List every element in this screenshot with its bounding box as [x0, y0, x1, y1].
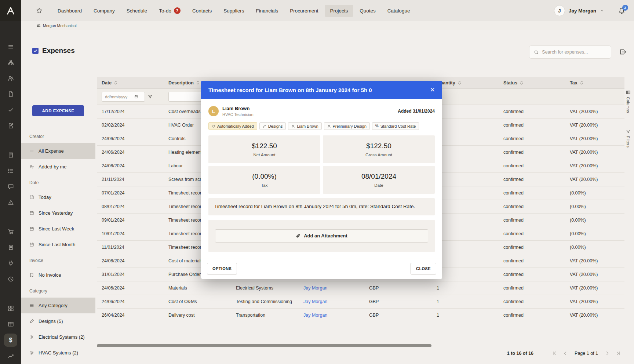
- filter-since-last-week[interactable]: Since Last Week: [21, 221, 95, 237]
- trend-icon[interactable]: [0, 348, 21, 364]
- nav-dashboard[interactable]: Dashboard: [52, 5, 87, 17]
- cell-status: confirmed: [499, 123, 565, 128]
- clock-icon[interactable]: [0, 271, 21, 287]
- column-header-status[interactable]: Status: [499, 80, 565, 85]
- nav-financials[interactable]: Financials: [250, 5, 284, 17]
- cell-creator-link[interactable]: Jay Morgan: [299, 299, 364, 304]
- people-icon[interactable]: [0, 70, 21, 86]
- user-name[interactable]: Jay Morgan: [569, 8, 596, 14]
- menu-icon[interactable]: [0, 39, 21, 55]
- previous-page-button[interactable]: [560, 351, 571, 356]
- check-icon[interactable]: [0, 102, 21, 118]
- export-button[interactable]: [619, 48, 627, 56]
- cell-status: confirmed: [499, 150, 565, 155]
- filter-any-category[interactable]: Any Category: [21, 298, 95, 313]
- filter-hvac-systems[interactable]: HVAC Systems (2): [21, 345, 95, 361]
- favorites-star-icon[interactable]: [36, 7, 43, 14]
- warning-icon[interactable]: [0, 194, 21, 210]
- date-filter-input[interactable]: [102, 95, 134, 99]
- cell-quantity: 1: [432, 313, 499, 318]
- search-input[interactable]: [542, 50, 606, 55]
- table-row[interactable]: 26/04/2024 Delivery cost Transportation …: [97, 309, 624, 322]
- funnel-icon: [626, 129, 631, 134]
- column-header-date[interactable]: Date: [97, 80, 164, 85]
- cell-tax: VAT (20.00%): [565, 150, 624, 155]
- nav-projects[interactable]: Projects: [325, 5, 354, 17]
- app-logo[interactable]: [0, 0, 21, 21]
- horizontal-scrollbar[interactable]: [97, 344, 431, 347]
- filter-no-invoice[interactable]: No Invoice: [21, 267, 95, 283]
- close-button[interactable]: CLOSE: [411, 263, 436, 274]
- chat-icon[interactable]: [0, 179, 21, 194]
- gear-icon: [29, 335, 34, 339]
- modal-footer: OPTIONS CLOSE: [201, 258, 442, 279]
- column-header-tax[interactable]: Tax: [565, 80, 624, 85]
- list-rows-icon[interactable]: [0, 163, 21, 179]
- search-icon: [534, 50, 539, 55]
- table-row[interactable]: 24/06/2024 Cost of O&Ms Testing and Comm…: [97, 295, 624, 309]
- table-row[interactable]: 24/06/2024 Materials Electrical Systems …: [97, 281, 624, 295]
- expenses-dollar-icon[interactable]: $: [0, 332, 21, 348]
- cell-creator-link[interactable]: Jay Morgan: [299, 313, 364, 318]
- first-page-button[interactable]: [549, 351, 560, 356]
- cell-quantity: 1: [432, 285, 499, 291]
- nav-quotes[interactable]: Quotes: [354, 5, 381, 17]
- filter-today[interactable]: Today: [21, 189, 95, 205]
- list-icon: [29, 303, 34, 308]
- workflow-icon[interactable]: [0, 55, 21, 70]
- cell-date: 24/06/2024: [97, 163, 164, 168]
- date-filter-funnel-button[interactable]: [148, 94, 153, 99]
- filter-since-last-month[interactable]: Since Last Month: [21, 237, 95, 252]
- options-button[interactable]: OPTIONS: [207, 263, 237, 274]
- last-page-button[interactable]: [613, 351, 624, 356]
- timesheet-description: Timesheet record for Liam Brown on 8th J…: [208, 198, 435, 215]
- tag-liam-brown: Liam Brown: [288, 122, 321, 130]
- nav-contacts[interactable]: Contacts: [187, 5, 217, 17]
- rate-icon: %: [375, 124, 379, 128]
- cell-tax: VAT (20.00%): [565, 163, 624, 168]
- nav-todo[interactable]: To-do7: [153, 4, 186, 17]
- filter-designs[interactable]: Designs (5): [21, 313, 95, 329]
- breadcrumb-company[interactable]: Morgan Mechanical: [37, 23, 77, 28]
- nav-procurement[interactable]: Procurement: [284, 5, 324, 17]
- close-icon[interactable]: ×: [426, 86, 435, 94]
- filter-all-expense[interactable]: All Expense: [21, 143, 95, 159]
- calendar-icon: [29, 226, 34, 231]
- cell-status: confirmed: [499, 245, 565, 250]
- nav-company[interactable]: Company: [88, 5, 120, 17]
- cell-tax: (0.00%): [565, 231, 624, 236]
- cart-icon[interactable]: [0, 224, 21, 240]
- filter-added-by-me[interactable]: Added by me: [21, 159, 95, 175]
- filters-side-tab[interactable]: Filters: [624, 129, 633, 148]
- cell-date: 07/01/2024: [97, 190, 164, 196]
- plug-icon[interactable]: [0, 255, 21, 271]
- nav-suppliers[interactable]: Suppliers: [218, 5, 249, 17]
- tag-designs: Designs: [259, 122, 286, 130]
- dashboard-grid-icon[interactable]: [0, 301, 21, 316]
- user-avatar[interactable]: J: [554, 5, 565, 16]
- filter-since-yesterday[interactable]: Since Yesterday: [21, 205, 95, 221]
- expenses-checkbox[interactable]: [32, 48, 39, 54]
- document-icon[interactable]: [0, 86, 21, 102]
- nav-schedule[interactable]: Schedule: [121, 5, 153, 17]
- nav-catalogue[interactable]: Catalogue: [382, 5, 416, 17]
- add-expense-button[interactable]: ADD EXPENSE: [32, 105, 84, 116]
- person-icon: [291, 124, 295, 128]
- cell-tax: VAT (20.00%): [565, 258, 624, 263]
- invoice-icon[interactable]: [0, 240, 21, 255]
- file-icon[interactable]: [0, 147, 21, 163]
- columns-side-tab[interactable]: Columns: [624, 90, 633, 113]
- filter-electrical-systems[interactable]: Electrical Systems (2): [21, 329, 95, 345]
- filter-section-invoice: Invoice: [21, 252, 95, 267]
- notifications-bell[interactable]: 2: [618, 7, 625, 14]
- pencil-icon: [29, 319, 34, 324]
- document-edit-icon[interactable]: [0, 118, 21, 134]
- chevron-down-icon[interactable]: [600, 8, 604, 13]
- person-role: HVAC Technician: [222, 112, 254, 117]
- cell-creator-link[interactable]: Jay Morgan: [299, 285, 364, 291]
- add-attachment-button[interactable]: Add an Attachment: [215, 229, 428, 243]
- next-page-button[interactable]: [602, 351, 613, 356]
- sort-icon: [196, 80, 200, 85]
- table-icon[interactable]: [0, 316, 21, 332]
- last-page-icon: [616, 351, 621, 356]
